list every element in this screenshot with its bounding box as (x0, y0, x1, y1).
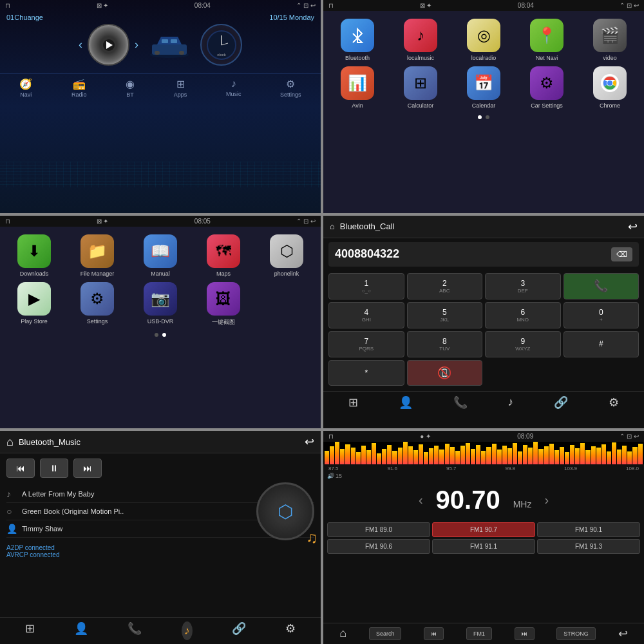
radio-prev-btn[interactable]: ⏮ (424, 627, 444, 640)
app-settings[interactable]: ⚙ Settings (68, 282, 126, 327)
btmusic-header: ⌂ Bluetooth_Music ↩ (0, 431, 321, 453)
key-1[interactable]: 1○_○ (328, 273, 404, 299)
avrcp-status: AVRCP connected (6, 551, 314, 558)
preset-fm1907[interactable]: FM1 90.7 (432, 522, 535, 537)
app-maps[interactable]: 🗺 Maps (194, 234, 252, 277)
app-manual-icon: 📖 (144, 234, 177, 268)
app-screenshot[interactable]: 🖼 一键截图 (194, 282, 252, 327)
radio-home-btn[interactable]: ⌂ (339, 627, 346, 640)
dashboard-home-icon[interactable]: ⊓ (5, 2, 10, 9)
radio-next-btn[interactable]: ⏭ (515, 627, 535, 640)
preset-fm1913[interactable]: FM1 91.3 (537, 539, 640, 554)
app-video-icon: 🎬 (593, 19, 627, 52)
preset-fm1906[interactable]: FM1 90.6 (327, 539, 430, 554)
key-4[interactable]: 4GHI (328, 302, 404, 328)
btmusic-music-icon[interactable]: ♪ (182, 621, 193, 640)
btmusic-back-icon[interactable]: ↩ (305, 435, 314, 449)
btcall-back-icon[interactable]: ↩ (628, 220, 638, 234)
preset-fm1911[interactable]: FM1 91.1 (432, 539, 535, 554)
key-8[interactable]: 8TUV (407, 331, 483, 357)
app-carsettings-label: Car Settings (531, 102, 563, 109)
nav-navi[interactable]: 🧭 Navi (19, 78, 32, 98)
keypad-icon[interactable]: ⊞ (348, 395, 358, 410)
preset-fm1901[interactable]: FM1 90.1 (537, 522, 640, 537)
btmusic-settings-icon[interactable]: ⚙ (285, 621, 296, 640)
call-btn[interactable]: 📞 (564, 273, 639, 299)
app-carsettings[interactable]: ⚙ Car Settings (518, 66, 576, 109)
nav-bt-label: BT (126, 91, 134, 98)
spectrum-bar (612, 442, 616, 464)
call-log-icon[interactable]: 📞 (453, 395, 468, 410)
contacts-icon[interactable]: 👤 (399, 395, 413, 410)
app-playstore[interactable]: ▶ Play Store (5, 282, 63, 327)
app-calendar[interactable]: 📅 Calendar (455, 66, 513, 109)
pause-btn[interactable]: ⏸ (40, 459, 68, 478)
link-icon[interactable]: 🔗 (554, 395, 568, 410)
app-avin-label: Avin (352, 102, 363, 109)
nav-apps[interactable]: ⊞ Apps (174, 78, 187, 98)
scale-916: 91.6 (388, 466, 398, 471)
apps2-signals: ⊠ ✦ (97, 218, 109, 225)
btmusic-call-icon[interactable]: 📞 (128, 621, 142, 640)
preset-fm189[interactable]: FM1 89.0 (327, 522, 430, 537)
nav-bt[interactable]: ◉ BT (126, 78, 135, 98)
btmusic-link-icon[interactable]: 🔗 (232, 621, 246, 640)
music-footer-icon[interactable]: ♪ (507, 395, 513, 410)
settings-footer-icon[interactable]: ⚙ (609, 395, 619, 410)
key-hash[interactable]: # (564, 331, 639, 357)
app-localmusic[interactable]: ♪ localmusic (392, 19, 450, 61)
prev-btn[interactable]: ⏮ (6, 459, 35, 478)
app-filemanager[interactable]: 📁 File Manager (68, 234, 126, 277)
nav-music[interactable]: ♪ Music (226, 78, 242, 98)
apps2-time: 08:05 (194, 218, 211, 225)
app-netnavi[interactable]: 📍 Net Navi (518, 19, 576, 61)
key-5[interactable]: 5JKL (407, 302, 483, 328)
btmusic-keypad-icon[interactable]: ⊞ (25, 621, 35, 640)
nav-settings[interactable]: ⚙ Settings (280, 78, 301, 98)
panel-dashboard: ⊓ ⊠ ✦ 08:04 ⌃ ⊡ ↩ 01Chuange 10/15 Monday… (0, 0, 321, 213)
key-0[interactable]: 0+ (564, 302, 639, 328)
btmusic-contacts-icon[interactable]: 👤 (74, 621, 88, 640)
btmusic-home-icon[interactable]: ⌂ (6, 435, 14, 449)
bt-icon: ◉ (126, 78, 135, 90)
spectrum-bar (497, 450, 502, 464)
radio-minimize-icon[interactable]: ⊓ (328, 433, 334, 440)
vol-icon: 🔊 (327, 473, 334, 479)
key-star[interactable]: * (328, 360, 404, 386)
btcall-home-icon[interactable]: ⌂ (330, 222, 335, 231)
app-chrome[interactable]: Chrome (581, 66, 639, 109)
app-calculator[interactable]: ⊞ Calculator (392, 66, 450, 109)
app-phonelink[interactable]: ⬡ phonelink (258, 234, 316, 277)
key-3[interactable]: 3DEF (485, 273, 561, 299)
app-usbdvr[interactable]: 📷 USB-DVR (131, 282, 189, 327)
car-display (144, 26, 195, 64)
key-6[interactable]: 6MNO (485, 302, 561, 328)
app-manual[interactable]: 📖 Manual (131, 234, 189, 277)
spectrum-bar (507, 448, 512, 465)
nav-radio[interactable]: 📻 Radio (71, 78, 87, 98)
app-downloads[interactable]: ⬇ Downloads (5, 234, 63, 277)
track-3-text: Timmy Shaw (22, 525, 62, 533)
radio-back-btn[interactable]: ↩ (618, 627, 628, 641)
btcall-backspace-btn[interactable]: ⌫ (611, 247, 632, 261)
app-bluetooth[interactable]: Bluetooth (328, 19, 386, 61)
radio-band-btn[interactable]: FM1 (466, 627, 492, 640)
next-btn[interactable]: ⏭ (73, 459, 102, 478)
freq-up-btn[interactable]: › (544, 493, 549, 507)
app-video[interactable]: 🎬 video (581, 19, 639, 61)
spectrum-bar (580, 443, 585, 464)
next-track-btn[interactable]: › (135, 38, 138, 52)
apps2-minimize-icon[interactable]: ⊓ (5, 218, 10, 225)
app-localradio[interactable]: ◎ localradio (455, 19, 513, 61)
apps-minimize-icon[interactable]: ⊓ (328, 2, 334, 9)
key-9[interactable]: 9WXYZ (485, 331, 561, 357)
freq-down-btn[interactable]: ‹ (419, 493, 423, 507)
radio-strong-btn[interactable]: STRONG (556, 627, 596, 640)
radio-search-btn[interactable]: Search (369, 627, 402, 640)
hangup-btn[interactable]: 📵 (407, 360, 483, 386)
spectrum-bar (518, 451, 522, 464)
prev-track-btn[interactable]: ‹ (79, 38, 82, 52)
key-2[interactable]: 2ABC (407, 273, 483, 299)
app-avin[interactable]: 📊 Avin (328, 66, 386, 109)
key-7[interactable]: 7PQRS (328, 331, 404, 357)
